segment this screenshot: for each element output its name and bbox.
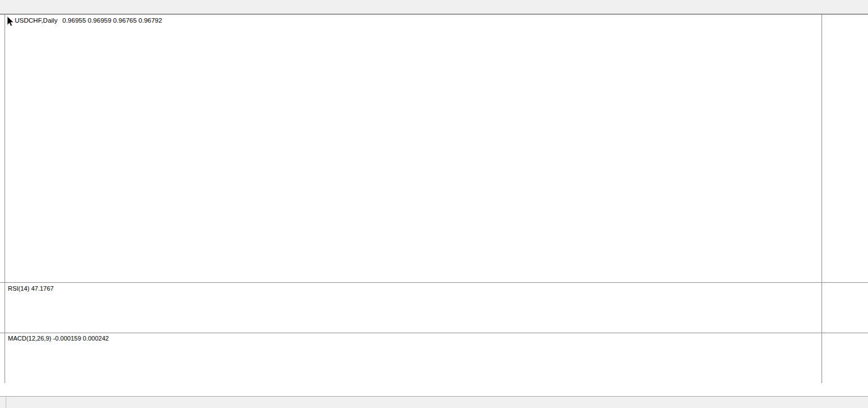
macd-label: MACD(12,26,9) -0.000159 0.000242 — [8, 335, 109, 342]
chart-canvas[interactable]: USDCHF,Daily 0.96955 0.96959 0.96765 0.9… — [0, 14, 868, 383]
tab-bar-lead — [0, 397, 6, 408]
timeframe-toolbar — [0, 0, 868, 14]
chart-title-ohlc: 0.96955 0.96959 0.96765 0.96792 — [62, 17, 162, 24]
chart-title-symbol: USDCHF,Daily — [15, 17, 58, 24]
rsi-label: RSI(14) 47.1767 — [8, 285, 54, 292]
chart-background — [0, 14, 868, 383]
mt4-chart-window: USDCHF,Daily 0.96955 0.96959 0.96765 0.9… — [0, 0, 868, 408]
chart-tab-bar — [0, 396, 868, 408]
